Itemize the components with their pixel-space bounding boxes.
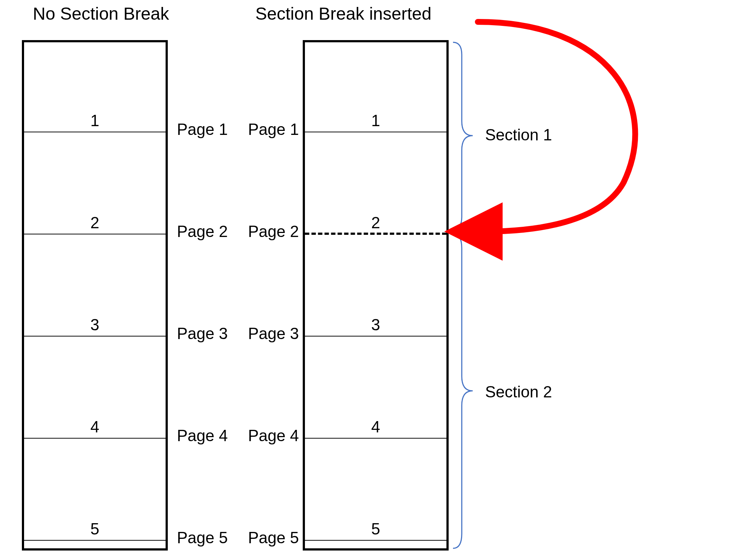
page-number: 4 bbox=[24, 418, 166, 436]
page-number: 5 bbox=[24, 520, 166, 538]
page-divider bbox=[24, 540, 166, 541]
page-divider bbox=[24, 438, 166, 439]
document-with-section-break: 1 2 3 4 5 bbox=[303, 40, 449, 551]
document-without-section-break: 1 2 3 4 5 bbox=[22, 40, 168, 551]
insert-arrow-icon bbox=[434, 11, 682, 244]
diagram-stage: No Section Break Section Break inserted … bbox=[0, 0, 751, 560]
page-divider bbox=[305, 540, 446, 541]
title-no-section-break: No Section Break bbox=[33, 4, 169, 24]
page-number: 3 bbox=[24, 316, 166, 334]
page-number: 3 bbox=[305, 316, 446, 334]
page-number: 2 bbox=[305, 214, 446, 232]
page-divider bbox=[24, 336, 166, 337]
page-label: Page 5 bbox=[177, 529, 228, 547]
page-divider bbox=[24, 234, 166, 234]
brace-section-2 bbox=[451, 232, 480, 551]
page-number: 1 bbox=[305, 112, 446, 130]
title-section-break-inserted: Section Break inserted bbox=[255, 4, 431, 24]
page-label: Page 3 bbox=[248, 324, 299, 343]
page-label: Page 1 bbox=[248, 120, 299, 139]
page-number: 2 bbox=[24, 214, 166, 232]
page-label: Page 5 bbox=[248, 529, 299, 547]
section-2-label: Section 2 bbox=[485, 383, 552, 401]
page-label: Page 4 bbox=[177, 427, 228, 445]
page-label: Page 2 bbox=[248, 222, 299, 241]
section-break-line bbox=[305, 233, 446, 235]
page-number: 4 bbox=[305, 418, 446, 436]
page-label: Page 2 bbox=[177, 222, 228, 241]
page-label: Page 3 bbox=[177, 324, 228, 343]
page-number: 1 bbox=[24, 112, 166, 130]
page-divider bbox=[305, 132, 446, 132]
page-label: Page 4 bbox=[248, 427, 299, 445]
page-number: 5 bbox=[305, 520, 446, 538]
page-divider bbox=[305, 438, 446, 439]
page-label: Page 1 bbox=[177, 120, 228, 139]
page-divider bbox=[24, 132, 166, 132]
page-divider bbox=[305, 336, 446, 337]
